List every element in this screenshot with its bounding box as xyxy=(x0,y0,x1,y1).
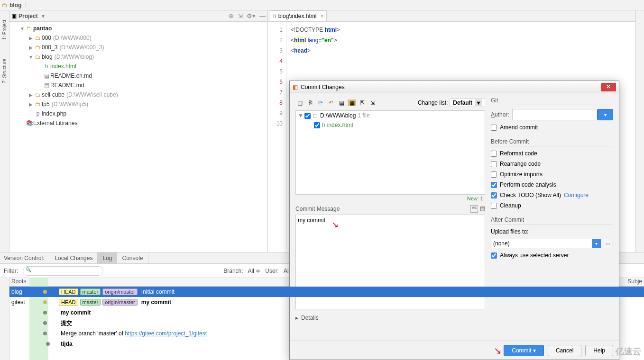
amend-checkbox[interactable] xyxy=(491,125,497,131)
project-tree[interactable]: ▼🗀pantao ▶🗀000(D:\WWW\000) ▶🗀000_3(D:\WW… xyxy=(9,22,267,252)
author-input[interactable] xyxy=(512,109,597,120)
new-files-count: New: 1 xyxy=(295,195,485,202)
project-panel: ▣ Project ▾ ⊕ ⇲ ⚙▾ — ▼🗀pantao ▶🗀000(D:\W… xyxy=(9,10,268,252)
collapse-icon[interactable]: ⇲ xyxy=(368,99,377,106)
editor-tab-label: blog\index.html xyxy=(278,13,317,19)
analysis-label: Perform code analysis xyxy=(500,181,556,188)
revert-icon[interactable]: ↶ xyxy=(327,99,335,106)
after-commit-section: After Commit xyxy=(491,216,613,225)
before-commit-section: Before Commit xyxy=(491,138,613,146)
diff-icon[interactable]: ◫ xyxy=(295,99,304,106)
tab-console[interactable]: Console xyxy=(117,252,148,263)
breadcrumb-separator: 〉 xyxy=(24,1,30,9)
app-icon: ◧ xyxy=(293,84,298,90)
tree-folder-blog[interactable]: ▼🗀blog(D:\WWW\blog) xyxy=(9,52,267,62)
tab-log[interactable]: Log xyxy=(98,252,117,263)
always-server-label: Always use selected server xyxy=(500,252,569,259)
chevron-down-icon[interactable]: ▾ xyxy=(597,109,613,120)
file-list-root[interactable]: ▼ 🗀 D:\WWW\blog 1 file xyxy=(296,111,485,120)
file-list-item[interactable]: h index.html xyxy=(296,120,485,130)
editor-tabs: h blog\index.html × xyxy=(268,10,644,22)
right-tool-strip xyxy=(635,10,644,252)
project-panel-title[interactable]: Project xyxy=(18,13,38,19)
configure-link[interactable]: Configure xyxy=(564,192,589,198)
group-icon[interactable]: ▦ xyxy=(348,99,356,106)
log-content[interactable]: Roots Subje blog HEAD master origin/mast… xyxy=(9,278,644,360)
tree-folder-000-3[interactable]: ▶🗀000_3(D:\WWW\000_3) xyxy=(9,43,267,52)
upload-label: Upload files to: xyxy=(491,228,528,235)
branch-filter-label: Branch: xyxy=(223,268,243,274)
todo-checkbox[interactable] xyxy=(491,192,497,198)
branch-filter[interactable]: All ≑ xyxy=(248,268,261,274)
side-tab-structure[interactable]: 7: Structure xyxy=(2,59,7,83)
html-file-icon: h xyxy=(273,13,276,19)
commit-file-list[interactable]: ▼ 🗀 D:\WWW\blog 1 file h index.html xyxy=(295,110,485,195)
log-row[interactable]: blog HEAD master origin/master Initial c… xyxy=(9,287,644,297)
git-section: Git xyxy=(491,97,613,105)
optimize-label: Optimize imports xyxy=(500,171,543,178)
log-toolbar xyxy=(0,278,9,360)
breadcrumb-item[interactable]: blog xyxy=(9,2,21,9)
copy-icon[interactable]: ⎘ xyxy=(306,99,314,106)
browse-button[interactable]: … xyxy=(603,239,613,248)
log-row[interactable]: tijda xyxy=(9,339,644,349)
vcs-label: Version Control: xyxy=(4,255,50,261)
project-icon: ▣ xyxy=(11,13,17,19)
changelist-label: Change list: xyxy=(418,99,448,106)
todo-label: Check TODO (Show All) xyxy=(500,192,561,198)
tree-file-index-html[interactable]: hindex.html xyxy=(9,62,267,71)
tree-file-index-php[interactable]: pindex.php xyxy=(9,109,267,118)
root-checkbox[interactable] xyxy=(304,113,311,119)
log-row[interactable]: gitest HEAD master origin/master my comm… xyxy=(9,297,644,307)
changelist-icon[interactable]: ▤ xyxy=(337,99,346,106)
dialog-titlebar[interactable]: ◧ Commit Changes ✕ xyxy=(290,81,619,93)
tree-root[interactable]: ▼🗀pantao xyxy=(9,24,267,33)
optimize-checkbox[interactable] xyxy=(491,171,497,178)
locate-icon[interactable]: ⊕ xyxy=(229,12,234,19)
file-checkbox[interactable] xyxy=(314,122,320,128)
tree-folder-tp5[interactable]: ▶🗀tp5(D:\WWW\tp5) xyxy=(9,99,267,109)
refresh-icon[interactable]: ⟳ xyxy=(316,99,325,106)
tree-folder-sell-cube[interactable]: ▶🗀sell-cube(D:\WWW\sell-cube) xyxy=(9,90,267,99)
log-row[interactable]: Merge branch 'master' of https://gitee.c… xyxy=(9,328,644,339)
tree-file-readme[interactable]: ▤README.md xyxy=(9,81,267,90)
author-label: Author: xyxy=(491,111,509,118)
always-server-checkbox[interactable] xyxy=(491,252,497,259)
close-button[interactable]: ✕ xyxy=(601,83,616,91)
hide-icon[interactable]: — xyxy=(259,12,266,19)
filter-input[interactable] xyxy=(23,266,103,276)
filter-label: Filter: xyxy=(4,268,18,274)
cleanup-checkbox[interactable] xyxy=(491,203,497,209)
side-tab-project[interactable]: 1: Project xyxy=(2,20,7,40)
close-icon[interactable]: × xyxy=(320,13,323,19)
changelist-select[interactable]: Default▾ xyxy=(450,99,485,107)
dialog-toolbar: ◫ ⎘ ⟳ ↶ ▤ ▦ ⇱ ⇲ Change list: Default▾ xyxy=(295,97,485,108)
history-icon[interactable]: ▤ xyxy=(480,205,485,213)
tree-folder-000[interactable]: ▶🗀000(D:\WWW\000) xyxy=(9,33,267,43)
log-row[interactable]: 提交 xyxy=(9,318,644,328)
analysis-checkbox[interactable] xyxy=(491,182,497,188)
upload-combo[interactable]: ▾ xyxy=(491,239,601,248)
expand-icon[interactable]: ⇱ xyxy=(358,99,367,106)
author-combo[interactable]: ▾ xyxy=(512,109,613,120)
spellcheck-icon[interactable]: ᴬᴮ xyxy=(470,205,478,213)
user-filter-label: User: xyxy=(265,268,279,274)
upload-input[interactable] xyxy=(491,239,592,248)
tree-file-readme-en[interactable]: ▤README.en.md xyxy=(9,71,267,81)
chevron-down-icon[interactable]: ▾ xyxy=(42,13,45,19)
log-row[interactable]: my commit xyxy=(9,307,644,318)
project-panel-header: ▣ Project ▾ ⊕ ⇲ ⚙▾ — xyxy=(9,10,267,22)
tab-local-changes[interactable]: Local Changes xyxy=(50,252,98,263)
tree-external-libraries[interactable]: 📚External Libraries xyxy=(9,118,267,128)
rearrange-checkbox[interactable] xyxy=(491,161,497,167)
breadcrumb: 🗀 blog 〉 xyxy=(0,0,644,10)
reformat-label: Reformat code xyxy=(500,150,537,157)
gear-icon[interactable]: ⚙▾ xyxy=(247,12,256,19)
editor-gutter: 12345678910 xyxy=(268,22,287,252)
cleanup-label: Cleanup xyxy=(500,202,521,209)
chevron-down-icon[interactable]: ▾ xyxy=(592,239,600,248)
commit-message-label: Commit Message xyxy=(295,206,340,212)
editor-tab-index[interactable]: h blog\index.html × xyxy=(270,10,327,21)
collapse-icon[interactable]: ⇲ xyxy=(238,12,243,19)
reformat-checkbox[interactable] xyxy=(491,151,497,157)
